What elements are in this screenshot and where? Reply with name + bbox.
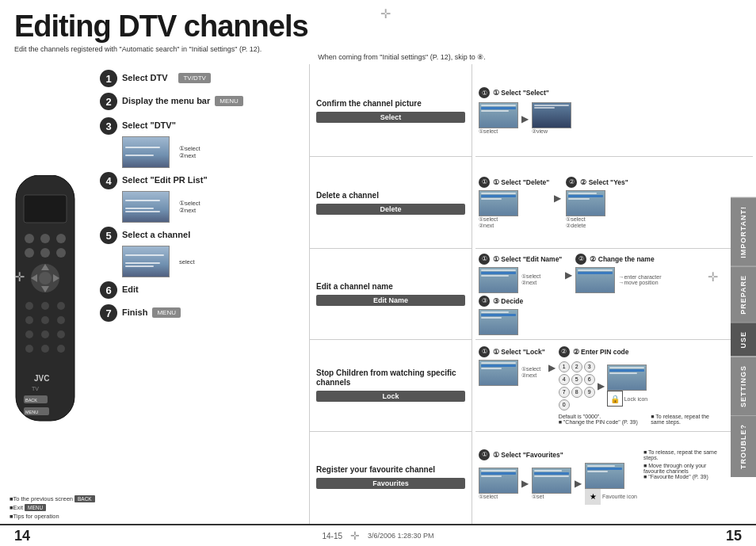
svg-point-22 — [57, 330, 65, 338]
lock-release-note: ■ To release, repeat the same steps. — [651, 414, 714, 425]
delete-instructions: ① ① Select "Delete" — [475, 157, 753, 248]
delete-row2: ② ② Select "Yes" — [566, 177, 628, 188]
delete-step1-label: ① Select "Delete" — [493, 178, 549, 186]
edit-nav2: ②next — [521, 280, 540, 286]
confirm-nav2: ②view — [532, 128, 571, 135]
section-confirm-button[interactable]: Select — [316, 112, 465, 123]
fav-screen2 — [532, 468, 571, 494]
note-exit-text: ■Exit — [10, 504, 23, 511]
lock-screen2-wrap: 🔒 Lock icon — [607, 365, 648, 407]
delete-part2: ② ② Select "Yes" — [566, 177, 628, 229]
tab-prepare[interactable]: PREPARE — [731, 266, 756, 323]
crosshair-bottom: ✛ — [350, 529, 360, 542]
step-row-2: 2 Display the menu bar MENU — [100, 92, 301, 110]
lock-change: ■ "Change the PIN code" (P. 39) — [559, 419, 648, 425]
crosshair-top: ✛ — [380, 6, 391, 21]
edit-step2: ② — [575, 254, 586, 265]
fav-screens1: ①select ▶ — [479, 463, 637, 505]
step-row-5: 5 Select a channel — [100, 226, 301, 244]
svg-point-23 — [25, 345, 33, 353]
edit-screens2: →enter character →move position — [575, 267, 661, 293]
step-circle-6: 6 — [100, 281, 117, 299]
edit-row1: ① ① Select "Edit Name" — [479, 254, 562, 265]
fav-nav2: ①set — [532, 494, 571, 500]
delete-screens2: ①select ②delete — [566, 190, 628, 229]
section-fav-button[interactable]: Favourites — [316, 478, 465, 489]
confirm-screens: ①select ▶ ②view — [479, 102, 750, 135]
finish-menu-button: MENU — [152, 307, 181, 318]
svg-text:TV: TV — [32, 386, 39, 391]
svg-point-4 — [56, 234, 66, 243]
fav-mode: ■ "Favourite Mode" (P. 39) — [643, 474, 723, 479]
edit-step3-label: ③ Decide — [493, 297, 523, 305]
bottom-center: 14-15 ✛ 3/6/2006 1:28:30 PM — [322, 529, 433, 542]
step-row-4: 4 Select "Edit PR List" — [100, 171, 301, 189]
tab-trouble[interactable]: TROUBLE? — [731, 415, 756, 477]
screen-5-thumb — [122, 246, 170, 277]
screen-4-thumb — [122, 191, 170, 223]
pin-1: 1 — [559, 361, 570, 372]
lock-icon-wrap: 🔒 Lock icon — [607, 391, 648, 407]
note-tips: ■Tips for operation — [10, 513, 192, 520]
fav-icon-label: Favourite icon — [602, 494, 637, 499]
tab-settings[interactable]: SETTINGS — [731, 357, 756, 415]
confirm-screen1 — [479, 102, 518, 128]
fav-notes: ■ To release, repeat the same steps. ■ M… — [643, 449, 723, 479]
section-delete-button[interactable]: Delete — [316, 204, 465, 215]
middle-panel: Confirm the channel picture Select Delet… — [309, 64, 472, 524]
delete-row1: ① ① Select "Delete" — [479, 177, 549, 188]
pin-0: 0 — [559, 399, 570, 410]
left-panel: JVC TV BACK MENU 1 Select DTV — [0, 64, 309, 524]
step-circle-2: 2 — [100, 93, 117, 110]
tab-use[interactable]: USE — [731, 323, 756, 357]
step3-nav1: ①select — [179, 145, 200, 152]
svg-point-3 — [40, 234, 50, 243]
svg-point-7 — [56, 248, 66, 258]
section-edit-button[interactable]: Edit Name — [316, 295, 465, 306]
page-header: Editing DTV channels Edit the channels r… — [0, 0, 756, 64]
pin-area: 1 2 3 4 5 6 7 8 9 0 ▶ — [559, 360, 648, 412]
fav-row1: ① ① Select "Favourites" — [479, 449, 637, 460]
delete-screen1 — [479, 190, 518, 216]
step-text-7: Finish — [122, 307, 147, 318]
step4-screens: ①select ②next — [122, 191, 301, 223]
step-circle-7: 7 — [100, 304, 117, 322]
step4-nav2: ②next — [179, 207, 200, 214]
edit-name-instructions: ① ① Select "Edit Name" — [475, 249, 753, 340]
edit-step1: ① — [479, 254, 490, 265]
page-title: Editing DTV channels — [14, 10, 742, 44]
fav-step1: ① — [479, 449, 490, 460]
lock-notes: Default is "0000". ■ "Change the PIN cod… — [559, 414, 648, 425]
delete-step1: ① — [479, 177, 490, 188]
lock-step1-label: ① Select "Lock" — [493, 348, 545, 356]
lock-part1: ① ① Select "Lock" — [479, 346, 545, 386]
confirm-screen2 — [532, 102, 571, 128]
lock-step1: ① — [479, 346, 490, 357]
lock-instructions: ① ① Select "Lock" — [475, 340, 753, 431]
tab-important[interactable]: IMPORTANT! — [731, 197, 756, 266]
delete-step2: ② — [566, 177, 577, 188]
step-row-6: 6 Edit — [100, 281, 301, 299]
svg-point-24 — [41, 345, 49, 353]
delete-step2-label: ② Select "Yes" — [580, 178, 628, 186]
step-text-6: Edit — [122, 284, 139, 295]
pin-4: 4 — [559, 374, 570, 385]
edit-step2-label: ② Change the name — [590, 255, 654, 263]
section-lock-title: Stop Children from watching specific cha… — [316, 368, 465, 388]
section-favourites: Register your favourite channel Favourit… — [310, 432, 472, 522]
step-row-1: 1 Select DTV TV/DTV — [100, 69, 301, 87]
edit-screen2 — [575, 267, 615, 293]
page-number-left: 14 — [14, 528, 30, 544]
pin-2: 2 — [571, 361, 582, 372]
delete-nav1-2: ②next — [479, 223, 518, 229]
svg-point-6 — [40, 248, 50, 258]
subtitle-line2: When coming from "Initial settings" (P. … — [62, 53, 742, 61]
section-lock-button[interactable]: Lock — [316, 391, 465, 402]
delete-nav1-1: ①select — [479, 216, 518, 223]
confirm-arrow: ▶ — [521, 113, 529, 124]
step5-screens: select — [122, 246, 301, 277]
svg-point-25 — [57, 345, 65, 353]
content-area: JVC TV BACK MENU 1 Select DTV — [0, 64, 756, 524]
edit-screens3 — [479, 309, 750, 335]
fav-move: ■ Move through only your favourite chann… — [643, 463, 723, 474]
